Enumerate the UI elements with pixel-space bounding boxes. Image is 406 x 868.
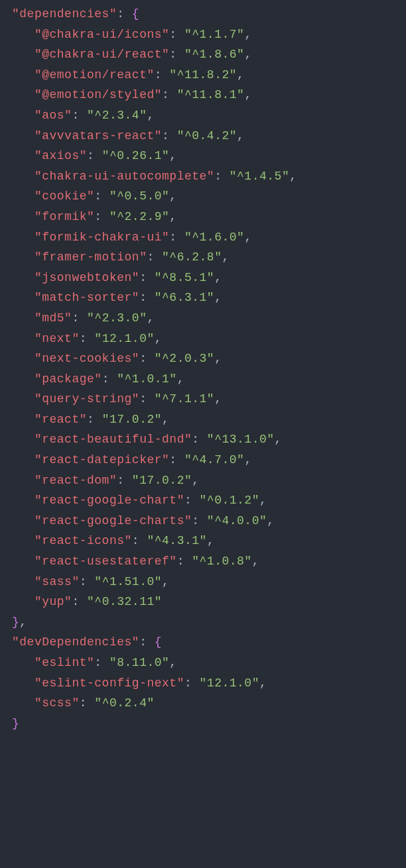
entry-match-sorter: "match-sorter": "^6.3.1", (12, 288, 399, 308)
json-key: "@emotion/react" (34, 68, 155, 81)
section-close-devDependencies: } (12, 714, 399, 734)
entry-formik: "formik": "^2.2.9", (12, 207, 399, 227)
json-value: "^6.2.8" (162, 250, 222, 264)
json-value: "^1.0.1" (117, 372, 176, 386)
entry-react-dom: "react-dom": "17.0.2", (12, 470, 399, 491)
json-key: "match-sorter" (34, 291, 139, 304)
brace-open: { (132, 7, 139, 21)
entry-react-icons: "react-icons": "^4.3.1", (12, 531, 399, 551)
json-value: "^1.8.6" (184, 48, 244, 61)
brace-close: } (12, 717, 19, 730)
json-key: "react-dom" (34, 474, 117, 487)
entry-aos: "aos": "^2.3.4", (12, 105, 399, 126)
json-value: "^0.4.2" (177, 129, 237, 142)
entry-eslint-config-next: "eslint-config-next": "12.1.0", (12, 673, 399, 694)
entry-next: "next": "12.1.0", (12, 329, 399, 349)
code-block: "dependencies": { "@chakra-ui/icons": "^… (0, 0, 406, 753)
json-key: "eslint-config-next" (34, 677, 184, 690)
entry-@chakra-ui/react: "@chakra-ui/react": "^1.8.6", (12, 44, 399, 65)
entry-react-google-charts: "react-google-charts": "^4.0.0", (12, 511, 399, 531)
json-key: "devDependencies" (12, 635, 139, 649)
entry-md5: "md5": "^2.3.0", (12, 308, 399, 329)
entry-package: "package": "^1.0.1", (12, 369, 399, 390)
entry-react-datepicker: "react-datepicker": "^4.7.0", (12, 450, 399, 470)
json-value: "17.0.2" (132, 474, 192, 487)
entry-yup: "yup": "^0.32.11" (12, 592, 399, 612)
entry-cookie: "cookie": "^0.5.0", (12, 186, 399, 207)
json-value: "^2.3.4" (87, 109, 147, 122)
json-value: "^2.3.0" (87, 311, 147, 325)
json-value: "^1.1.7" (184, 28, 244, 41)
json-value: "12.1.0" (200, 677, 259, 690)
json-key: "cookie" (34, 190, 94, 203)
entry-formik-chakra-ui: "formik-chakra-ui": "^1.6.0", (12, 227, 399, 248)
json-value: "^8.5.1" (155, 271, 214, 284)
json-key: "react-google-chart" (34, 494, 184, 507)
entry-next-cookies: "next-cookies": "^2.0.3", (12, 349, 399, 369)
json-value: "^1.51.0" (94, 575, 162, 588)
json-key: "react-beautiful-dnd" (34, 433, 192, 446)
entry-query-string: "query-string": "^7.1.1", (12, 389, 399, 409)
entry-sass: "sass": "^1.51.0", (12, 572, 399, 592)
json-key: "md5" (34, 311, 72, 325)
json-key: "react-icons" (34, 534, 132, 547)
json-key: "react-datepicker" (34, 453, 169, 466)
entry-eslint: "eslint": "8.11.0", (12, 653, 399, 673)
json-key: "@chakra-ui/react" (34, 48, 169, 61)
json-key: "avvvatars-react" (34, 129, 162, 142)
entry-scss: "scss": "^0.2.4" (12, 693, 399, 714)
entry-@emotion/styled: "@emotion/styled": "^11.8.1", (12, 85, 399, 105)
json-value: "^4.0.0" (207, 514, 267, 527)
json-value: "^7.1.1" (155, 392, 214, 406)
entry-framer-motion: "framer-motion": "^6.2.8", (12, 247, 399, 268)
json-key: "query-string" (34, 392, 139, 406)
json-value: "^11.8.1" (177, 88, 245, 101)
json-value: "^6.3.1" (155, 291, 214, 304)
json-value: "^13.1.0" (207, 433, 275, 446)
json-key: "axios" (34, 149, 87, 162)
entry-react: "react": "17.0.2", (12, 409, 399, 430)
entry-@emotion/react: "@emotion/react": "^11.8.2", (12, 65, 399, 85)
json-key: "@chakra-ui/icons" (34, 28, 169, 41)
json-key: "aos" (34, 109, 72, 122)
json-key: "package" (34, 372, 102, 386)
json-key: "framer-motion" (34, 250, 147, 264)
entry-chakra-ui-autocomplete: "chakra-ui-autocomplete": "^1.4.5", (12, 166, 399, 187)
json-key: "eslint" (34, 656, 94, 669)
entry-@chakra-ui/icons: "@chakra-ui/icons": "^1.1.7", (12, 25, 399, 45)
json-value: "^2.2.9" (109, 210, 169, 223)
json-value: "^2.0.3" (155, 352, 214, 365)
json-value: "^0.32.11" (87, 595, 162, 608)
brace-close: } (12, 616, 19, 629)
json-value: "^4.7.0" (184, 453, 244, 466)
json-value: "^1.4.5" (230, 170, 289, 183)
json-key: "next-cookies" (34, 352, 139, 365)
json-key: "sass" (34, 575, 80, 588)
json-key: "react-google-charts" (34, 514, 192, 527)
entry-avvvatars-react: "avvvatars-react": "^0.4.2", (12, 126, 399, 146)
entry-axios: "axios": "^0.26.1", (12, 146, 399, 166)
json-key: "formik-chakra-ui" (34, 231, 169, 244)
entry-react-usestateref: "react-usestateref": "^1.0.8", (12, 551, 399, 572)
json-key: "@emotion/styled" (34, 88, 162, 101)
json-value: "^1.6.0" (184, 231, 244, 244)
json-key: "dependencies" (12, 7, 117, 21)
entry-react-beautiful-dnd: "react-beautiful-dnd": "^13.1.0", (12, 429, 399, 450)
entry-jsonwebtoken: "jsonwebtoken": "^8.5.1", (12, 268, 399, 288)
json-key: "chakra-ui-autocomplete" (34, 170, 214, 183)
json-value: "^0.26.1" (102, 149, 170, 162)
json-key: "next" (34, 332, 80, 345)
json-key: "jsonwebtoken" (34, 271, 139, 284)
json-key: "formik" (34, 210, 94, 223)
json-value: "17.0.2" (102, 413, 162, 426)
json-key: "yup" (34, 595, 72, 608)
json-key: "react" (34, 413, 87, 426)
json-value: "^4.3.1" (147, 534, 206, 547)
section-open-devDependencies: "devDependencies": { (12, 632, 399, 653)
entry-react-google-chart: "react-google-chart": "^0.1.2", (12, 490, 399, 511)
json-value: "^1.0.8" (192, 555, 251, 568)
json-value: "^0.2.4" (94, 696, 154, 710)
json-value: "8.11.0" (109, 656, 169, 669)
json-key: "react-usestateref" (34, 555, 177, 568)
json-value: "^0.1.2" (200, 494, 259, 507)
